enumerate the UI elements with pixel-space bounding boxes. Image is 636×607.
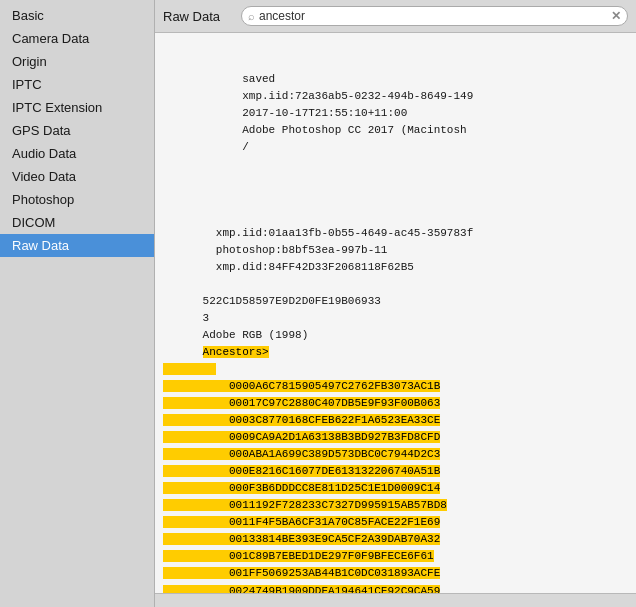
sidebar-item-origin[interactable]: Origin [0, 50, 154, 73]
search-match: Ancestors> 0000A6C7815905497C2762FB3073A… [163, 346, 447, 593]
panel-title: Raw Data [163, 9, 233, 24]
bottom-scrollbar[interactable] [155, 593, 636, 607]
search-input[interactable] [259, 9, 607, 23]
header: Raw Data ⌕ ✕ [155, 0, 636, 33]
sidebar: BasicCamera DataOriginIPTCIPTC Extension… [0, 0, 155, 607]
sidebar-item-iptc[interactable]: IPTC [0, 73, 154, 96]
sidebar-item-raw-data[interactable]: Raw Data [0, 234, 154, 257]
sidebar-item-iptc-extension[interactable]: IPTC Extension [0, 96, 154, 119]
search-box[interactable]: ⌕ ✕ [241, 6, 628, 26]
main-panel: Raw Data ⌕ ✕ saved xmp.iid:72a36ab5-0232… [155, 0, 636, 607]
sidebar-item-audio-data[interactable]: Audio Data [0, 142, 154, 165]
sidebar-item-video-data[interactable]: Video Data [0, 165, 154, 188]
sidebar-item-photoshop[interactable]: Photoshop [0, 188, 154, 211]
search-icon: ⌕ [248, 10, 255, 22]
sidebar-item-gps-data[interactable]: GPS Data [0, 119, 154, 142]
raw-data-content: saved xmp.iid:72a36ab5-0232-494b-8649-14… [155, 33, 636, 593]
sidebar-item-camera-data[interactable]: Camera Data [0, 27, 154, 50]
search-clear-button[interactable]: ✕ [611, 10, 621, 22]
sidebar-item-basic[interactable]: Basic [0, 4, 154, 27]
sidebar-item-dicom[interactable]: DICOM [0, 211, 154, 234]
